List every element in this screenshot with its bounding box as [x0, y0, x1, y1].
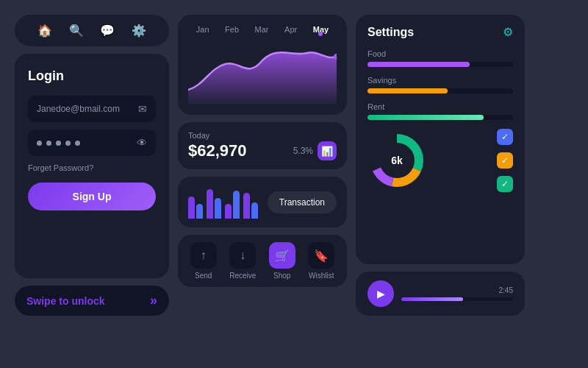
food-label: Food [368, 49, 513, 58]
checkmark-blue: ✓ [497, 129, 513, 145]
savings-setting: Savings [368, 76, 513, 93]
month-mar: Mar [255, 25, 269, 34]
swipe-arrow-icon: » [150, 293, 157, 308]
month-feb: Feb [225, 25, 239, 34]
bar-pair-4 [243, 193, 258, 219]
bar-pair-1 [188, 197, 203, 219]
receive-label: Receive [229, 272, 256, 280]
month-jan: Jan [196, 25, 209, 34]
email-icon: ✉ [138, 103, 147, 115]
check-orange: ✓ [497, 152, 513, 169]
signup-button[interactable]: Sign Up [28, 183, 156, 210]
login-card: Login Janedoe@bmail.com ✉ 👁 Forget Passw… [15, 54, 169, 278]
chart-card: Jan Feb Mar Apr May [178, 15, 347, 115]
bottom-nav-card: ↑ Send ↓ Receive 🛒 Shop 🔖 Wishlist [178, 235, 347, 287]
shop-icon-wrap: 🛒 [269, 242, 295, 269]
player-bar-bg [401, 297, 513, 301]
transaction-button[interactable]: Transaction [268, 191, 337, 213]
bar-pair-2 [207, 189, 221, 219]
stats-label: Today [188, 131, 337, 140]
gear-icon[interactable]: ⚙ [503, 25, 513, 39]
checkmark-green: ✓ [497, 176, 513, 192]
dot-5 [75, 141, 80, 146]
chart-months: Jan Feb Mar Apr May [188, 25, 337, 34]
stats-icon: 📊 [318, 141, 337, 160]
donut-chart: 6k [368, 131, 426, 190]
area-chart [188, 38, 337, 105]
settings-title: Settings [368, 26, 414, 39]
middle-column: Jan Feb Mar Apr May [178, 15, 347, 316]
month-may: May [313, 25, 329, 34]
dot-4 [65, 141, 71, 146]
right-column: Settings ⚙ Food Savings Rent [356, 15, 525, 316]
swipe-bar[interactable]: Swipe to unlock » [15, 286, 169, 316]
rent-label: Rent [368, 102, 513, 111]
password-dots [37, 141, 80, 146]
email-field: Janedoe@bmail.com [37, 104, 120, 114]
nav-bar: 🏠 🔍 💬 ⚙️ [15, 15, 169, 46]
rent-bar-fill [368, 115, 484, 120]
player-card: ▶ 2:45 [356, 272, 525, 316]
dot-3 [56, 141, 61, 146]
receive-icon-wrap: ↓ [229, 242, 256, 269]
stats-percent-badge: 5.3% 📊 [293, 141, 337, 160]
food-bar-bg [368, 62, 513, 67]
app-container: 🏠 🔍 💬 ⚙️ Login Janedoe@bmail.com ✉ 👁 [7, 7, 581, 361]
dot-2 [46, 141, 51, 146]
bar-pair-3 [225, 191, 240, 219]
bar-4a [243, 193, 250, 219]
send-icon-wrap: ↑ [190, 242, 217, 269]
nav-wishlist[interactable]: 🔖 Wishlist [308, 242, 334, 280]
nav-send[interactable]: ↑ Send [190, 242, 217, 280]
wishlist-icon-wrap: 🔖 [308, 242, 334, 269]
rent-bar-bg [368, 115, 513, 120]
donut-label: 6k [391, 155, 403, 166]
nav-receive[interactable]: ↓ Receive [229, 242, 256, 280]
search-icon[interactable]: 🔍 [69, 24, 84, 38]
password-input-row[interactable]: 👁 [28, 130, 156, 156]
player-bar-fill [401, 297, 463, 301]
dot-1 [37, 141, 42, 146]
stats-row: $62,970 5.3% 📊 [188, 141, 337, 160]
stats-percent: 5.3% [293, 146, 313, 156]
bars-wrap [188, 185, 258, 219]
bar-chart-card: Transaction [178, 177, 347, 227]
bar-1a [188, 197, 195, 219]
wishlist-label: Wishlist [309, 272, 334, 280]
bar-1b [196, 204, 203, 219]
swipe-label: Swipe to unlock [26, 295, 105, 307]
donut-checks: ✓ ✓ ✓ [497, 129, 513, 192]
savings-label: Savings [368, 76, 513, 85]
shop-label: Shop [273, 272, 290, 280]
nav-shop[interactable]: 🛒 Shop [269, 242, 295, 280]
stats-amount: $62,970 [188, 141, 247, 160]
forget-password-link[interactable]: Forget Password? [28, 163, 156, 172]
check-blue: ✓ [497, 129, 513, 145]
food-bar-fill [368, 62, 470, 67]
savings-bar-bg [368, 88, 513, 93]
stats-card: Today $62,970 5.3% 📊 [178, 122, 347, 169]
player-time: 2:45 [401, 286, 513, 294]
settings-header: Settings ⚙ [368, 25, 513, 39]
bar-3a [225, 204, 232, 219]
bar-2a [207, 189, 213, 219]
messages-icon[interactable]: 💬 [100, 24, 115, 38]
donut-row: 6k ✓ ✓ ✓ [368, 129, 513, 192]
savings-bar-fill [368, 88, 448, 93]
bar-3b [233, 191, 240, 219]
bar-2b [215, 198, 221, 219]
home-icon[interactable]: 🏠 [37, 24, 52, 38]
checkmark-orange: ✓ [497, 152, 513, 169]
month-apr: Apr [284, 25, 297, 34]
player-progress: 2:45 [401, 286, 513, 301]
play-button[interactable]: ▶ [368, 280, 394, 307]
left-column: 🏠 🔍 💬 ⚙️ Login Janedoe@bmail.com ✉ 👁 [15, 15, 169, 316]
rent-setting: Rent [368, 102, 513, 120]
bar-4b [251, 202, 258, 219]
send-label: Send [195, 272, 212, 280]
email-input-row[interactable]: Janedoe@bmail.com ✉ [28, 96, 156, 122]
settings-card: Settings ⚙ Food Savings Rent [356, 15, 525, 264]
check-green: ✓ [497, 176, 513, 192]
food-setting: Food [368, 49, 513, 67]
settings-icon[interactable]: ⚙️ [132, 24, 146, 38]
